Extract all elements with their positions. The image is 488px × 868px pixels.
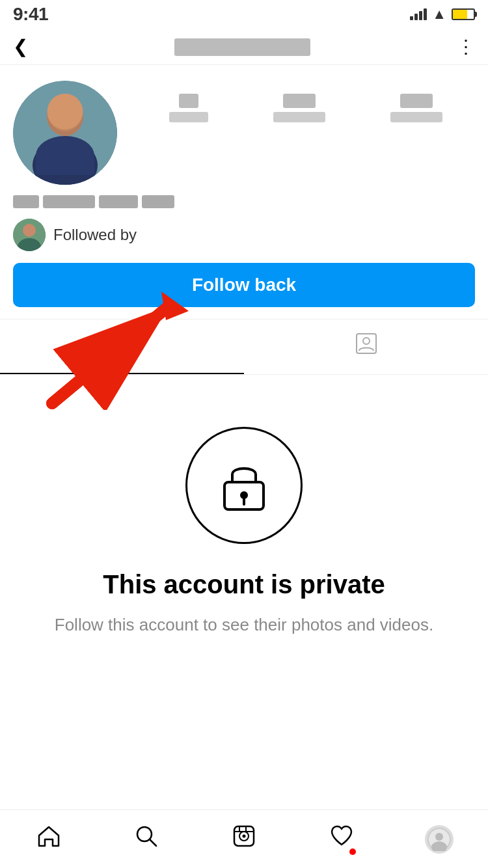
svg-point-28 bbox=[435, 833, 443, 841]
more-button[interactable]: ⋮ bbox=[457, 36, 475, 57]
followed-by-text: Followed by bbox=[53, 226, 137, 244]
person-tag-icon bbox=[355, 332, 377, 360]
svg-point-23 bbox=[243, 835, 246, 838]
battery-icon bbox=[452, 8, 475, 20]
posts-stat bbox=[169, 94, 208, 122]
search-icon bbox=[134, 824, 159, 854]
avatar bbox=[13, 81, 117, 185]
nav-likes[interactable] bbox=[316, 820, 368, 859]
reels-icon bbox=[232, 824, 256, 854]
status-time: 9:41 bbox=[13, 4, 48, 25]
wifi-icon: ▲ bbox=[432, 6, 446, 23]
lock-icon bbox=[215, 456, 273, 515]
status-left: 9:41 bbox=[13, 4, 48, 25]
bottom-nav bbox=[0, 809, 488, 868]
private-title: This account is private bbox=[103, 570, 385, 599]
nav-reels[interactable] bbox=[218, 820, 270, 859]
svg-point-4 bbox=[13, 81, 117, 185]
private-section: This account is private Follow this acco… bbox=[0, 375, 488, 664]
nav-profile[interactable] bbox=[413, 820, 465, 859]
tab-grid[interactable] bbox=[0, 319, 244, 374]
follower-avatar bbox=[13, 219, 46, 251]
nav-search[interactable] bbox=[120, 820, 172, 859]
name-blurred bbox=[13, 195, 475, 208]
svg-line-20 bbox=[150, 839, 156, 846]
status-right: ▲ bbox=[410, 6, 475, 23]
top-nav: ❮ username_blurred ⋮ bbox=[0, 29, 488, 65]
stats-container bbox=[137, 94, 475, 122]
following-stat bbox=[390, 94, 442, 122]
lock-circle bbox=[185, 427, 303, 544]
tab-bar bbox=[0, 319, 488, 375]
svg-point-13 bbox=[363, 338, 370, 344]
tab-tagged[interactable] bbox=[244, 319, 488, 374]
svg-rect-9 bbox=[124, 334, 132, 342]
avatar-image bbox=[13, 81, 117, 185]
signal-icon bbox=[410, 8, 427, 20]
private-subtitle: Follow this account to see their photos … bbox=[55, 612, 433, 638]
svg-point-6 bbox=[23, 224, 36, 237]
profile-section: Followed by bbox=[0, 65, 488, 251]
home-icon bbox=[36, 824, 61, 854]
followed-by: Followed by bbox=[13, 219, 475, 251]
svg-rect-10 bbox=[113, 345, 121, 353]
nav-home[interactable] bbox=[23, 820, 75, 859]
notification-dot bbox=[349, 848, 356, 855]
followers-stat bbox=[273, 94, 325, 122]
svg-rect-11 bbox=[124, 345, 132, 353]
follow-back-button[interactable]: Follow back bbox=[13, 263, 475, 307]
status-bar: 9:41 ▲ bbox=[0, 0, 488, 29]
profile-icon bbox=[425, 825, 454, 854]
profile-username: username_blurred bbox=[174, 36, 310, 57]
profile-header bbox=[13, 81, 475, 185]
grid-icon bbox=[111, 332, 133, 360]
svg-rect-8 bbox=[113, 334, 121, 342]
profile-name bbox=[13, 195, 475, 208]
back-button[interactable]: ❮ bbox=[13, 36, 28, 57]
